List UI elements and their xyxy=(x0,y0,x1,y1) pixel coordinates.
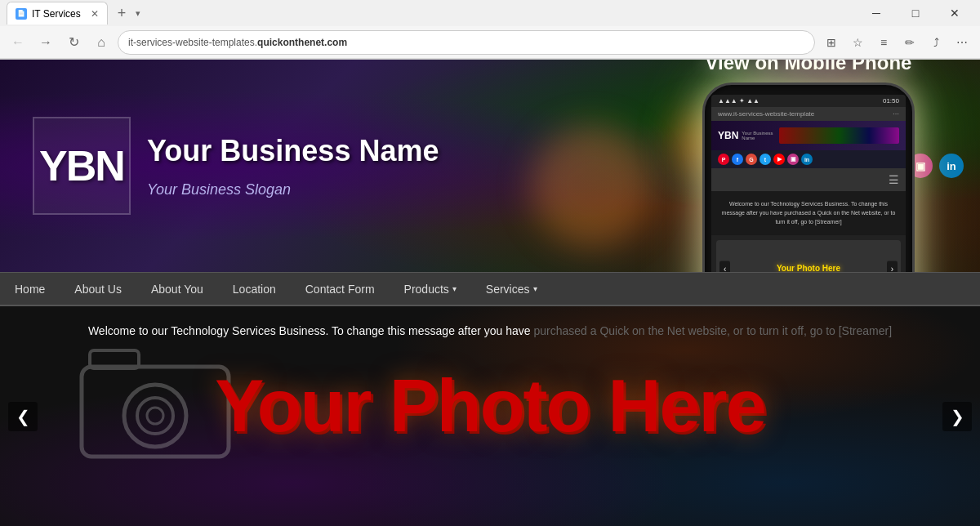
site-main: Welcome to our Technology Services Busin… xyxy=(0,306,980,526)
phone-content: YBN Your BusinessName P f G t ▶ ▣ xyxy=(711,121,906,272)
nav-items-list: Home About Us About You Location Contact… xyxy=(0,272,552,306)
home-button[interactable]: ⌂ xyxy=(90,31,113,54)
phone-logo: YBN xyxy=(718,130,738,141)
phone-next-button[interactable]: › xyxy=(887,261,898,272)
site-header: YBN Your Business Name Your Business Slo… xyxy=(0,60,980,272)
phone-photo-slider: ‹ Your Photo Here › xyxy=(716,240,901,272)
prev-slide-button[interactable]: ❮ xyxy=(8,402,38,431)
more-icon[interactable]: ⋯ xyxy=(951,31,973,54)
phone-facebook: f xyxy=(732,154,743,165)
share-icon[interactable]: ⤴ xyxy=(924,31,947,54)
nav-contact-form[interactable]: Contact Form xyxy=(291,272,390,306)
phone-welcome-text: Welcome to our Technology Services Busin… xyxy=(711,191,906,235)
products-dropdown-arrow: ▾ xyxy=(452,284,457,293)
business-name: Your Business Name xyxy=(147,133,439,168)
linkedin-icon[interactable]: in xyxy=(939,154,964,178)
svg-point-3 xyxy=(137,398,173,434)
phone-signal: ▲▲▲ ✦ ▲▲ xyxy=(718,97,760,105)
phone-gplus: G xyxy=(746,154,757,165)
phone-url: www.it-services-website-template xyxy=(718,110,814,118)
favorites-icon[interactable]: ☆ xyxy=(846,31,869,54)
tab-arrow[interactable]: ▾ xyxy=(136,8,140,19)
browser-window: 📄 IT Services ✕ + ▾ ─ □ ✕ ← → ↻ ⌂ it-ser… xyxy=(0,0,980,526)
phone-instagram: ▣ xyxy=(787,154,799,165)
phone-frame: ▲▲▲ ✦ ▲▲ 01:50 www.it-services-website-t… xyxy=(702,82,915,272)
svg-point-2 xyxy=(124,385,186,447)
services-dropdown-arrow: ▾ xyxy=(533,284,537,293)
new-tab-button[interactable]: + xyxy=(111,5,133,22)
phone-status-bar: ▲▲▲ ✦ ▲▲ 01:50 xyxy=(711,95,906,107)
phone-twitter: t xyxy=(760,154,771,165)
tab-bar: 📄 IT Services ✕ + ▾ xyxy=(7,2,854,25)
reading-view-icon[interactable]: ⊞ xyxy=(820,31,843,54)
phone-pinterest: P xyxy=(718,154,729,165)
bokeh-4 xyxy=(531,125,653,247)
mobile-overlay-label: View on Mobile Phone xyxy=(702,60,915,74)
maximize-button[interactable]: □ xyxy=(897,0,934,26)
phone-time: 01:50 xyxy=(883,97,899,105)
business-slogan: Your Business Slogan xyxy=(147,181,439,198)
active-tab[interactable]: 📄 IT Services ✕ xyxy=(7,2,108,25)
tab-favicon: 📄 xyxy=(16,8,27,20)
refresh-button[interactable]: ↻ xyxy=(62,31,85,54)
business-info: Your Business Name Your Business Slogan xyxy=(147,133,439,198)
forward-button[interactable]: → xyxy=(34,31,57,54)
back-button[interactable]: ← xyxy=(7,31,29,54)
url-text: it-services-website-templates.quickonthe… xyxy=(128,37,804,48)
phone-site-header: YBN Your BusinessName xyxy=(711,121,906,150)
phone-prev-button[interactable]: ‹ xyxy=(719,261,730,272)
minimize-button[interactable]: ─ xyxy=(858,0,895,26)
phone-hamburger-menu[interactable]: ☰ xyxy=(711,168,906,191)
logo-area: YBN Your Business Name Your Business Slo… xyxy=(0,92,471,239)
svg-rect-0 xyxy=(82,367,229,457)
phone-menu-icon: ⋯ xyxy=(893,110,899,118)
phone-social-icons: P f G t ▶ ▣ in xyxy=(711,150,906,168)
notes-icon[interactable]: ✏ xyxy=(898,31,921,54)
tab-close-button[interactable]: ✕ xyxy=(91,8,99,20)
logo-box: YBN xyxy=(33,117,131,215)
browser-toolbar: ← → ↻ ⌂ it-services-website-templates.qu… xyxy=(0,26,980,59)
site-wrapper: YBN Your Business Name Your Business Slo… xyxy=(0,60,980,526)
phone-photo-text: Your Photo Here xyxy=(777,264,840,272)
toolbar-actions: ⊞ ☆ ≡ ✏ ⤴ ⋯ xyxy=(820,31,973,54)
nav-location[interactable]: Location xyxy=(218,272,291,306)
nav-services[interactable]: Services ▾ xyxy=(471,272,552,306)
nav-products[interactable]: Products ▾ xyxy=(390,272,471,306)
phone-youtube: ▶ xyxy=(773,154,785,165)
window-controls: ─ □ ✕ xyxy=(858,0,973,26)
close-button[interactable]: ✕ xyxy=(936,0,973,26)
next-slide-button[interactable]: ❯ xyxy=(942,402,972,431)
phone-address-bar[interactable]: www.it-services-website-template ⋯ xyxy=(711,107,906,121)
photo-placeholder-text: Your Photo Here xyxy=(215,364,764,448)
nav-home[interactable]: Home xyxy=(0,272,60,306)
svg-point-4 xyxy=(147,408,163,424)
photo-placeholder: Your Photo Here xyxy=(0,356,980,465)
phone-linkedin: in xyxy=(801,154,813,165)
hub-icon[interactable]: ≡ xyxy=(872,31,895,54)
logo-text: YBN xyxy=(39,141,124,190)
tab-title: IT Services xyxy=(32,8,81,20)
mobile-overlay: View on Mobile Phone ▲▲▲ ✦ ▲▲ 01:50 www.… xyxy=(702,60,915,272)
phone-business-name: Your BusinessName xyxy=(742,131,773,140)
site-navigation: Home About Us About You Location Contact… xyxy=(0,272,980,306)
nav-about-us[interactable]: About Us xyxy=(60,272,136,306)
address-bar[interactable]: it-services-website-templates.quickonthe… xyxy=(118,30,815,55)
nav-about-you[interactable]: About You xyxy=(136,272,218,306)
